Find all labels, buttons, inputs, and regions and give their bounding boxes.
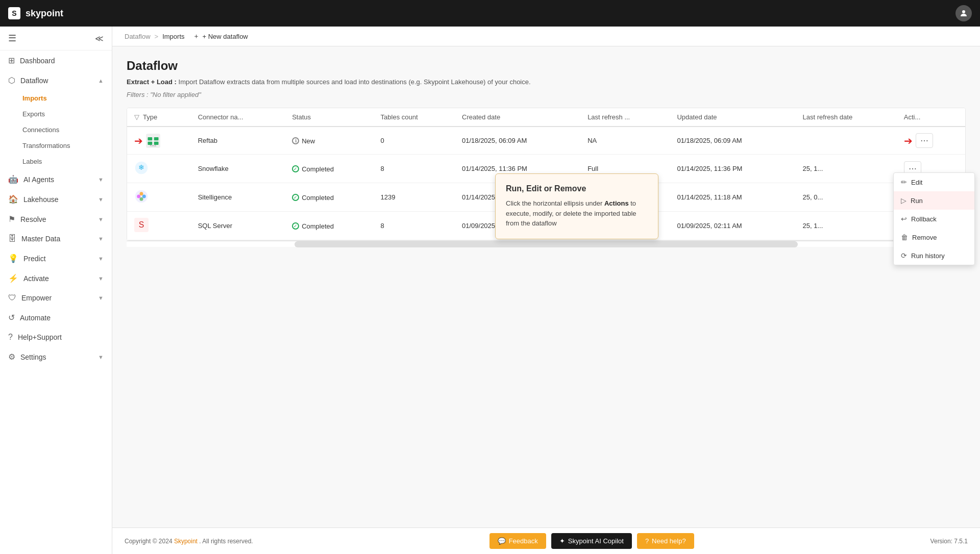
feedback-button[interactable]: 💬 Feedback	[489, 533, 546, 549]
dataflow-submenu: Imports Exports Connections Transformati…	[0, 90, 112, 169]
row-created-date: 01/18/2025, 06:09 AM	[455, 127, 580, 155]
context-menu-rollback[interactable]: ↩ Rollback	[894, 210, 974, 228]
col-last-refresh[interactable]: Last refresh ...	[580, 108, 670, 127]
breadcrumb-parent[interactable]: Dataflow	[125, 33, 151, 40]
sidebar-item-labels[interactable]: Labels	[22, 154, 112, 169]
row-status-cell: ✓ Completed	[285, 183, 373, 212]
sidebar-item-lakehouse[interactable]: 🏠 Lakehouse ▼	[0, 189, 112, 209]
col-tables-count[interactable]: Tables count	[374, 108, 455, 127]
row-last-refresh-date: 25, 1...	[796, 155, 897, 183]
row-status-cell: ✓ Completed	[285, 155, 373, 183]
sidebar-item-dataflow[interactable]: ⬡ Dataflow ▲	[0, 70, 112, 90]
row-tables-count: 8	[374, 212, 455, 240]
reftab-icon: Reftab	[146, 134, 160, 148]
sidebar-item-ai-agents[interactable]: 🤖 AI Agents ▼	[0, 169, 112, 189]
page-title: Dataflow	[127, 59, 966, 73]
svg-point-12	[142, 195, 146, 198]
sidebar-item-predict[interactable]: 💡 Predict ▼	[0, 248, 112, 268]
row-tables-count: 0	[374, 127, 455, 155]
row-updated-date: 01/18/2025, 06:09 AM	[670, 127, 795, 155]
context-menu: ✏ Edit ▷ Run ↩ Rollback 🗑 Remove ⟳ Run h…	[893, 172, 975, 265]
sidebar-item-dashboard[interactable]: ⊞ Dashboard	[0, 51, 112, 70]
copilot-button[interactable]: ✦ Skypoint AI Copilot	[551, 533, 632, 549]
content-area: Dataflow > Imports ＋ + New dataflow Data…	[112, 27, 980, 554]
sidebar-item-connections[interactable]: Connections	[22, 122, 112, 138]
resolve-icon: ⚑	[8, 214, 15, 224]
context-menu-run-history[interactable]: ⟳ Run history	[894, 246, 974, 265]
sidebar-item-empower[interactable]: 🛡 Empower ▼	[0, 288, 112, 308]
copilot-icon: ✦	[559, 537, 565, 545]
pencil-icon: ✏	[901, 178, 907, 186]
row-updated-date: 01/09/2025, 02:11 AM	[670, 212, 795, 240]
play-icon: ▷	[901, 196, 906, 205]
row-type-cell: ➔ Reftab	[127, 127, 191, 155]
sidebar: ☰ ≪ ⊞ Dashboard ⬡ Dataflow ▲ Imports Exp…	[0, 27, 112, 554]
collapse-icon[interactable]: ≪	[95, 34, 104, 43]
sidebar-item-activate[interactable]: ⚡ Activate ▼	[0, 268, 112, 288]
col-status[interactable]: Status	[285, 108, 373, 127]
sidebar-item-imports[interactable]: Imports	[22, 90, 112, 106]
footer: Copyright © 2024 Skypoint . All rights r…	[112, 527, 980, 554]
row-tables-count: 8	[374, 155, 455, 183]
row-status-cell: ℹ New	[285, 127, 373, 155]
footer-brand-link[interactable]: Skypoint	[174, 538, 198, 545]
status-icon-completed: ✓	[292, 165, 299, 172]
sidebar-item-exports[interactable]: Exports	[22, 106, 112, 122]
page-description: Extract + Load : Import Dataflow extract…	[127, 78, 966, 86]
sidebar-item-automate[interactable]: ↺ Automate	[0, 308, 112, 328]
footer-version: Version: 7.5.1	[930, 538, 968, 545]
col-connector[interactable]: Connector na...	[191, 108, 285, 127]
main-layout: ☰ ≪ ⊞ Dashboard ⬡ Dataflow ▲ Imports Exp…	[0, 27, 980, 554]
empower-expand-icon: ▼	[98, 295, 104, 301]
new-dataflow-button[interactable]: ＋ + New dataflow	[193, 32, 248, 41]
activate-expand-icon: ▼	[98, 275, 104, 282]
row-type-cell	[127, 183, 191, 212]
breadcrumb-separator: >	[155, 33, 159, 40]
col-actions: Acti...	[897, 108, 965, 127]
tooltip-title: Run, Edit or Remove	[506, 184, 648, 193]
svg-text:Reftab: Reftab	[150, 144, 157, 146]
sidebar-header: ☰ ≪	[0, 27, 112, 51]
sidebar-item-master-data[interactable]: 🗄 Master Data ▼	[0, 229, 112, 248]
svg-text:❄: ❄	[138, 163, 144, 171]
page-content: Dataflow Extract + Load : Import Dataflo…	[112, 46, 980, 527]
row-updated-date: 01/14/2025, 11:18 AM	[670, 183, 795, 212]
history-icon: ⟳	[901, 251, 907, 260]
col-updated-date[interactable]: Updated date	[670, 108, 795, 127]
col-last-refresh-date[interactable]: Last refresh date	[796, 108, 897, 127]
col-type: ▽ Type	[127, 108, 191, 127]
dashboard-icon: ⊞	[8, 56, 15, 65]
user-avatar[interactable]	[955, 5, 972, 21]
context-menu-edit[interactable]: ✏ Edit	[894, 173, 974, 191]
logo-s-icon: S	[8, 7, 20, 19]
dataflow-expand-icon: ▲	[98, 78, 104, 84]
tooltip-popup: Run, Edit or Remove Click the horizontal…	[495, 173, 658, 239]
help-button[interactable]: ? Need help?	[637, 533, 694, 549]
master-data-expand-icon: ▼	[98, 236, 104, 242]
sidebar-item-resolve[interactable]: ⚑ Resolve ▼	[0, 209, 112, 229]
horizontal-scrollbar[interactable]	[127, 241, 966, 247]
sidebar-item-settings[interactable]: ⚙ Settings ▼	[0, 347, 112, 367]
help-circle-icon: ?	[645, 537, 649, 545]
row-updated-date: 01/14/2025, 11:36 PM	[670, 155, 795, 183]
menu-icon[interactable]: ☰	[8, 33, 16, 44]
svg-point-10	[137, 195, 140, 198]
context-menu-remove[interactable]: 🗑 Remove	[894, 228, 974, 246]
context-menu-run[interactable]: ▷ Run	[894, 191, 974, 210]
master-data-icon: 🗄	[8, 234, 16, 243]
filter-icon[interactable]: ▽	[134, 113, 139, 121]
col-created-date[interactable]: Created date	[455, 108, 580, 127]
actions-button-row1[interactable]: ⋯	[916, 133, 933, 148]
table-row: ➔ Reftab	[127, 127, 965, 155]
topbar-left: S skypoint	[8, 7, 63, 19]
settings-icon: ⚙	[8, 352, 15, 362]
sqlserver-icon: S	[134, 218, 149, 232]
filters-row: Filters : "No filter applied"	[127, 91, 966, 98]
sidebar-item-help[interactable]: ? Help+Support	[0, 328, 112, 347]
footer-buttons: 💬 Feedback ✦ Skypoint AI Copilot ? Need …	[489, 533, 694, 549]
activate-icon: ⚡	[8, 273, 18, 283]
row-arrow-indicator: ➔	[134, 135, 143, 147]
sidebar-item-transformations[interactable]: Transformations	[22, 138, 112, 154]
svg-point-13	[140, 197, 143, 201]
row-connector-cell: SQL Server	[191, 212, 285, 240]
